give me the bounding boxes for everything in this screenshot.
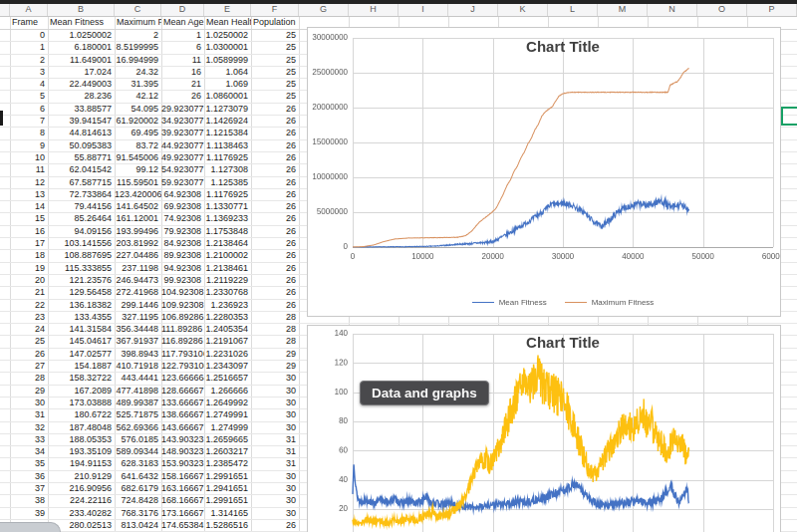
cell[interactable]: 145.04617: [48, 336, 115, 347]
cell[interactable]: 180.6722: [48, 409, 115, 420]
cell[interactable]: 813.0424: [115, 520, 161, 531]
cell[interactable]: 115.333855: [48, 263, 115, 274]
cell[interactable]: 154.1887: [48, 361, 115, 372]
cell[interactable]: 42.12: [115, 91, 161, 102]
cell[interactable]: 44.923077: [161, 140, 204, 151]
cell[interactable]: 7: [10, 116, 48, 127]
cell[interactable]: 6: [10, 104, 48, 115]
cell[interactable]: 576.0185: [115, 434, 161, 445]
cell[interactable]: 1.0250002: [48, 30, 115, 41]
cell[interactable]: 1.064: [204, 67, 251, 78]
cell[interactable]: 1.1753848: [204, 226, 251, 237]
cell[interactable]: 5: [10, 91, 48, 102]
cell[interactable]: 26: [251, 104, 299, 115]
field-header-cell[interactable]: Population: [251, 17, 299, 29]
cell[interactable]: 1.1426924: [204, 116, 251, 127]
cell[interactable]: 61.920002: [115, 116, 161, 127]
cell[interactable]: 143.90323: [161, 434, 204, 445]
cell[interactable]: 108.887695: [48, 250, 115, 261]
cell[interactable]: 193.99496: [115, 226, 161, 237]
cell[interactable]: 28.236: [48, 91, 115, 102]
cell[interactable]: 193.35109: [48, 446, 115, 457]
cell[interactable]: 1.2941651: [204, 483, 251, 494]
cell[interactable]: 1.1215384: [204, 128, 251, 138]
cell[interactable]: 28: [10, 373, 48, 384]
column-header-L[interactable]: L: [548, 4, 598, 16]
cell[interactable]: 26: [10, 349, 48, 360]
cell[interactable]: 64.92308: [161, 189, 204, 200]
cell[interactable]: 36: [10, 471, 48, 482]
cell[interactable]: 115.59501: [115, 177, 161, 188]
cell[interactable]: 1.0860001: [204, 91, 251, 102]
cell[interactable]: 1.2385472: [204, 458, 251, 469]
column-header-J[interactable]: J: [448, 4, 498, 16]
cell[interactable]: 3: [10, 67, 48, 78]
cell[interactable]: 724.8428: [115, 495, 161, 506]
cell[interactable]: 562.69366: [115, 422, 161, 433]
cell[interactable]: 26: [251, 520, 299, 531]
cell[interactable]: 99.92308: [161, 275, 204, 286]
cell[interactable]: 31: [251, 446, 299, 457]
cell[interactable]: 25: [10, 336, 48, 347]
cell[interactable]: 1.0300001: [204, 42, 251, 53]
cell[interactable]: 25: [251, 30, 299, 41]
cell[interactable]: 16.994999: [115, 55, 161, 66]
column-header-O[interactable]: O: [697, 4, 747, 16]
cell[interactable]: 24: [10, 324, 48, 335]
cell[interactable]: 194.91153: [48, 458, 115, 469]
cell[interactable]: 1.5286516: [204, 520, 251, 531]
cell[interactable]: 79.92308: [161, 226, 204, 237]
cell[interactable]: 1.236923: [204, 300, 251, 311]
cell[interactable]: 38: [10, 495, 48, 506]
cell[interactable]: 489.99387: [115, 398, 161, 408]
cell[interactable]: 1.314165: [204, 508, 251, 519]
cell[interactable]: 12: [10, 177, 48, 188]
cell[interactable]: 123.666664: [161, 373, 204, 384]
cell[interactable]: 1.125385: [204, 177, 251, 188]
cell[interactable]: 67.587715: [48, 177, 115, 188]
cell[interactable]: 30: [251, 386, 299, 397]
chart-fitness[interactable]: Chart Title Mean FitnessMaximum Fitness: [307, 27, 781, 317]
cell[interactable]: 26: [251, 263, 299, 274]
cell[interactable]: 10: [10, 152, 48, 163]
cell[interactable]: 1.2343097: [204, 361, 251, 372]
cell[interactable]: 33.88577: [48, 104, 115, 115]
cell[interactable]: 69.495: [115, 128, 161, 138]
cell[interactable]: 141.64502: [115, 201, 161, 212]
cell[interactable]: 74.92308: [161, 213, 204, 224]
cell[interactable]: 99.12: [115, 164, 161, 175]
cell[interactable]: 29: [251, 349, 299, 360]
cell[interactable]: 21: [161, 79, 204, 90]
cell[interactable]: 1.2231026: [204, 349, 251, 360]
cell[interactable]: 227.04486: [115, 250, 161, 261]
column-header-D[interactable]: D: [161, 4, 204, 16]
cell[interactable]: 55.88771: [48, 152, 115, 163]
cell[interactable]: 9: [10, 140, 48, 151]
column-header-G[interactable]: G: [299, 4, 349, 16]
cell[interactable]: 11: [161, 55, 204, 66]
cell[interactable]: 133.4355: [48, 312, 115, 323]
cell[interactable]: 641.6432: [115, 471, 161, 482]
cell[interactable]: 299.1446: [115, 300, 161, 311]
cell[interactable]: 148.90323: [161, 446, 204, 457]
cell[interactable]: 398.8943: [115, 349, 161, 360]
cell[interactable]: 158.32722: [48, 373, 115, 384]
column-header-M[interactable]: M: [598, 4, 648, 16]
column-header-H[interactable]: H: [349, 4, 398, 16]
cell[interactable]: 39.941547: [48, 116, 115, 127]
cell[interactable]: 94.92308: [161, 263, 204, 274]
field-header-cell[interactable]: Mean Fitness: [48, 17, 115, 29]
cell[interactable]: 477.41898: [115, 386, 161, 397]
cell[interactable]: 28: [251, 324, 299, 335]
cell[interactable]: 17: [10, 238, 48, 249]
cell[interactable]: 1.2119229: [204, 275, 251, 286]
cell[interactable]: 136.18382: [48, 300, 115, 311]
cell[interactable]: 1.2603217: [204, 446, 251, 457]
cell[interactable]: 1.2138464: [204, 238, 251, 249]
cell[interactable]: 26: [251, 128, 299, 138]
column-header-E[interactable]: E: [204, 4, 251, 16]
cell[interactable]: 23: [10, 312, 48, 323]
cell[interactable]: 173.16667: [161, 508, 204, 519]
cell[interactable]: 1.2405354: [204, 324, 251, 335]
cell[interactable]: 30: [251, 398, 299, 408]
